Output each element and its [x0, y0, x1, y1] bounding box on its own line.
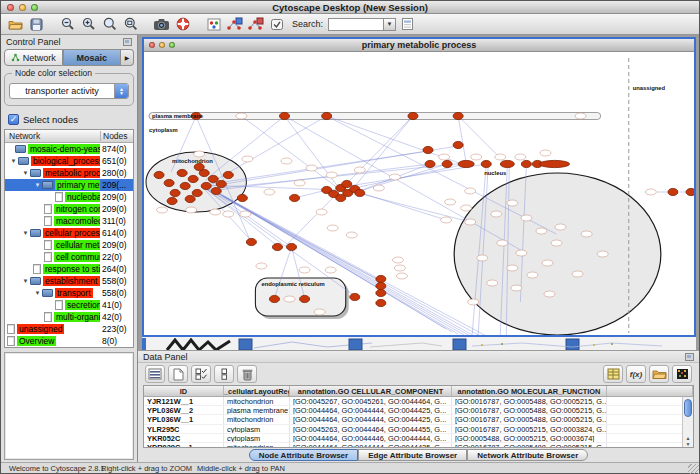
node[interactable]: [192, 189, 202, 196]
node[interactable]: [376, 275, 386, 282]
node[interactable]: [423, 146, 433, 153]
node-unhighlighted[interactable]: [465, 188, 476, 194]
tree-row-unassigned[interactable]: unassigned223(0): [5, 323, 133, 335]
node[interactable]: [208, 175, 218, 182]
node-unhighlighted[interactable]: [515, 154, 526, 160]
network-window-titlebar[interactable]: primary metabolic process: [144, 39, 694, 52]
network-canvas[interactable]: plasma membranecytoplasmmitochondrionnuc…: [144, 52, 694, 335]
node-unhighlighted[interactable]: [468, 299, 479, 305]
node-unhighlighted[interactable]: [540, 150, 551, 156]
search-input[interactable]: [328, 18, 384, 31]
search-config-icon[interactable]: [398, 15, 417, 33]
expander-icon[interactable]: ▼: [33, 290, 42, 296]
node[interactable]: [246, 238, 256, 245]
node-unhighlighted[interactable]: [645, 189, 656, 195]
tree-row-primary-metabo[interactable]: ▼primary metabo209(...: [5, 179, 133, 191]
table-row[interactable]: YPL036W__1mitochondrion[GO:0044464, GO:0…: [144, 415, 693, 424]
tree-col-nodes[interactable]: Nodes: [100, 131, 133, 141]
zoom-in-icon[interactable]: [79, 15, 98, 33]
node[interactable]: [180, 182, 190, 189]
node-unhighlighted[interactable]: [194, 151, 205, 157]
window-titlebar[interactable]: Cytoscape Desktop (New Session): [1, 1, 699, 14]
node[interactable]: [668, 188, 678, 195]
node[interactable]: [442, 160, 452, 167]
node[interactable]: [211, 187, 221, 194]
node[interactable]: [458, 160, 474, 167]
scrollbar-thumb[interactable]: [684, 399, 692, 417]
table-row[interactable]: YKR052Ccytoplasm[GO:0044464, GO:0044446,…: [144, 434, 693, 443]
node-unhighlighted[interactable]: [242, 156, 253, 162]
node-unhighlighted[interactable]: [186, 207, 197, 213]
node-unhighlighted[interactable]: [487, 280, 498, 286]
node-unhighlighted[interactable]: [461, 205, 472, 211]
node-unhighlighted[interactable]: [256, 263, 267, 269]
network-view-window[interactable]: primary metabolic process plasma membran…: [142, 37, 696, 337]
col-go-cellular-component[interactable]: annotation.GO CELLULAR_COMPONENT: [290, 386, 452, 396]
tree-row-biological-process[interactable]: ▼biological_process651(0): [5, 155, 133, 167]
node-unhighlighted[interactable]: [575, 113, 586, 119]
tree-col-network[interactable]: Network: [5, 131, 100, 141]
node[interactable]: [223, 171, 233, 178]
node[interactable]: [164, 179, 174, 186]
node-unhighlighted[interactable]: [210, 209, 221, 215]
node-color-select[interactable]: transporter activity ▲▼: [9, 83, 129, 99]
matrix-heatmap-icon[interactable]: [672, 365, 692, 383]
expander-icon[interactable]: ▼: [21, 278, 30, 284]
node[interactable]: [408, 112, 418, 119]
node-unhighlighted[interactable]: [542, 260, 553, 266]
node-unhighlighted[interactable]: [477, 255, 488, 261]
node-unhighlighted[interactable]: [495, 154, 506, 160]
col-id[interactable]: ID: [144, 386, 224, 396]
float-data-panel-icon[interactable]: [685, 353, 694, 361]
node[interactable]: [539, 160, 569, 167]
node-unhighlighted[interactable]: [281, 158, 292, 164]
node-unhighlighted[interactable]: [511, 285, 522, 291]
tree-row-metabolic-process[interactable]: ▼metabolic process280(0): [5, 167, 133, 179]
node-unhighlighted[interactable]: [555, 224, 566, 230]
new-network-view-icon[interactable]: [246, 15, 265, 33]
node[interactable]: [453, 112, 463, 119]
expander-icon[interactable]: ▼: [33, 182, 42, 188]
node-unhighlighted[interactable]: [465, 219, 476, 225]
node-unhighlighted[interactable]: [316, 209, 327, 215]
tree-row-cellular-process[interactable]: ▼cellular process614(0): [5, 227, 133, 239]
node-unhighlighted[interactable]: [516, 250, 527, 256]
annotation-icon[interactable]: [267, 15, 286, 33]
node[interactable]: [453, 141, 463, 148]
save-session-button[interactable]: [27, 15, 46, 33]
tab-edge-attribute-browser[interactable]: Edge Attribute Browser: [358, 449, 467, 461]
tab-mosaic[interactable]: Mosaic: [63, 49, 122, 66]
node-unhighlighted[interactable]: [294, 180, 305, 186]
tree-row-response-to-stimulu[interactable]: response to stimulu264(0): [5, 263, 133, 275]
table-row[interactable]: YLR295Ccytoplasm[GO:0045263, GO:0044464,…: [144, 425, 693, 434]
tree-row-multi-organism-pro[interactable]: multi-organism pro42(0): [5, 311, 133, 323]
node-unhighlighted[interactable]: [284, 296, 295, 302]
node-unhighlighted[interactable]: [491, 211, 502, 217]
select-attributes-icon[interactable]: [145, 365, 165, 383]
node[interactable]: [425, 160, 435, 167]
node-unhighlighted[interactable]: [396, 273, 407, 279]
node[interactable]: [376, 282, 386, 289]
node-unhighlighted[interactable]: [392, 257, 403, 263]
node-unhighlighted[interactable]: [299, 267, 310, 273]
node-unhighlighted[interactable]: [223, 211, 234, 217]
node[interactable]: [154, 171, 164, 178]
attribute-editor-icon[interactable]: [603, 365, 623, 383]
node-unhighlighted[interactable]: [346, 232, 357, 238]
open-session-button[interactable]: [6, 15, 25, 33]
node-unhighlighted[interactable]: [551, 240, 562, 246]
snapshot-camera-icon[interactable]: [152, 15, 171, 33]
node[interactable]: [342, 180, 352, 187]
node[interactable]: [167, 197, 177, 204]
search-dropdown-button[interactable]: ▼: [384, 18, 396, 31]
node[interactable]: [237, 194, 247, 201]
new-attribute-icon[interactable]: [168, 365, 188, 383]
zoom-one-to-one-icon[interactable]: [100, 15, 119, 33]
import-attributes-folder-icon[interactable]: [649, 365, 669, 383]
node-unhighlighted[interactable]: [497, 240, 508, 246]
node-unhighlighted[interactable]: [314, 309, 325, 315]
resize-grip[interactable]: [688, 464, 699, 474]
node[interactable]: [376, 299, 386, 306]
unselect-attributes-icon[interactable]: [214, 365, 234, 383]
help-lifering-icon[interactable]: [173, 15, 192, 33]
